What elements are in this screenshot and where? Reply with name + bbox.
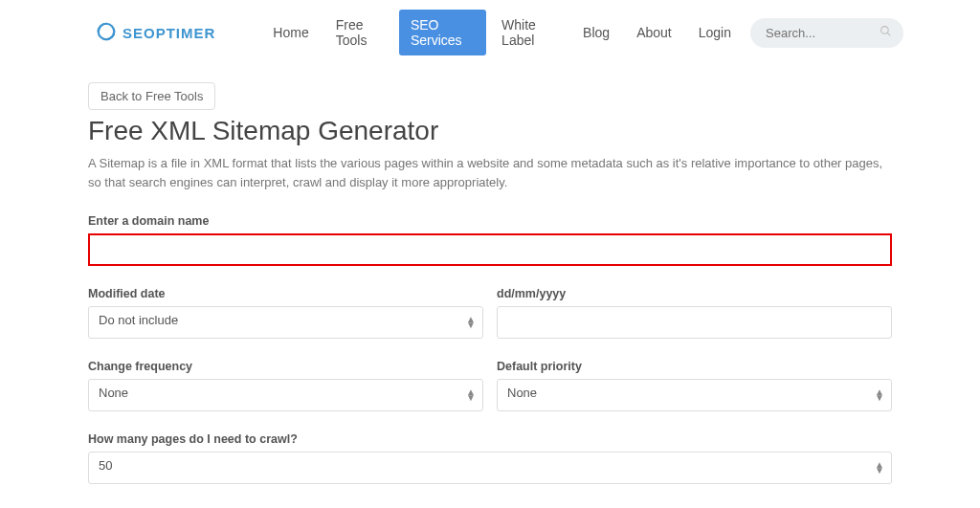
back-button[interactable]: Back to Free Tools bbox=[88, 82, 215, 110]
nav-login[interactable]: Login bbox=[687, 17, 743, 48]
search-icon bbox=[880, 25, 892, 40]
page-description: A Sitemap is a file in XML format that l… bbox=[88, 154, 892, 191]
pages-label: How many pages do I need to crawl? bbox=[88, 432, 892, 446]
default-priority-label: Default priority bbox=[497, 360, 892, 373]
modified-date-select[interactable]: Do not include bbox=[88, 306, 483, 339]
brand-name: SEOPTIMER bbox=[122, 25, 215, 41]
search-container bbox=[750, 18, 903, 48]
nav-about[interactable]: About bbox=[625, 17, 683, 48]
change-frequency-select[interactable]: None bbox=[88, 379, 483, 411]
top-nav: SEOPTIMER Home Free Tools SEO Services W… bbox=[0, 0, 980, 65]
default-priority-select[interactable]: None bbox=[497, 379, 892, 411]
brand-logo[interactable]: SEOPTIMER bbox=[96, 21, 215, 45]
nav-links: Home Free Tools SEO Services White Label… bbox=[261, 10, 743, 55]
domain-input[interactable] bbox=[88, 233, 892, 266]
nav-free-tools[interactable]: Free Tools bbox=[324, 10, 395, 55]
svg-line-1 bbox=[887, 33, 890, 35]
pages-select[interactable]: 50 bbox=[88, 452, 892, 484]
nav-blog[interactable]: Blog bbox=[571, 17, 621, 48]
logo-icon bbox=[96, 21, 117, 45]
svg-point-0 bbox=[881, 27, 889, 34]
main-content: Back to Free Tools Free XML Sitemap Gene… bbox=[88, 82, 892, 508]
modified-date-label: Modified date bbox=[88, 287, 483, 300]
date-input[interactable] bbox=[497, 306, 892, 339]
page-title: Free XML Sitemap Generator bbox=[88, 116, 892, 146]
date-format-label: dd/mm/yyyy bbox=[497, 287, 892, 300]
domain-label: Enter a domain name bbox=[88, 214, 892, 228]
nav-seo-services[interactable]: SEO Services bbox=[399, 10, 486, 55]
change-frequency-label: Change frequency bbox=[88, 360, 483, 373]
nav-home[interactable]: Home bbox=[261, 17, 320, 48]
nav-white-label[interactable]: White Label bbox=[490, 10, 568, 55]
